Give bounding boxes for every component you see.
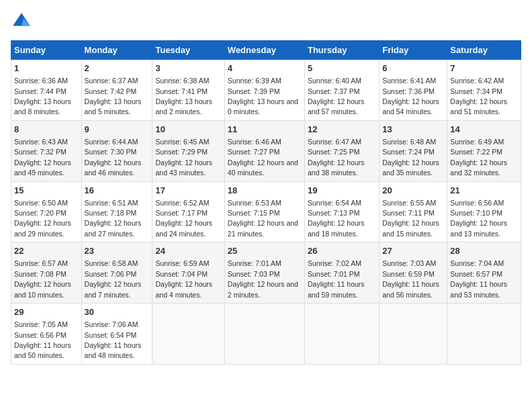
day-detail: Sunrise: 6:43 AMSunset: 7:32 PMDaylight:… — [14, 138, 71, 177]
day-detail: Sunrise: 6:40 AMSunset: 7:37 PMDaylight:… — [308, 77, 365, 116]
col-wednesday: Wednesday — [224, 41, 304, 60]
calendar-cell: 17 Sunrise: 6:52 AMSunset: 7:17 PMDaylig… — [152, 181, 224, 242]
day-detail: Sunrise: 7:05 AMSunset: 6:56 PMDaylight:… — [14, 320, 71, 359]
day-detail: Sunrise: 6:49 AMSunset: 7:22 PMDaylight:… — [450, 138, 507, 177]
calendar-cell: 13 Sunrise: 6:48 AMSunset: 7:24 PMDaylig… — [380, 120, 447, 181]
day-detail: Sunrise: 6:44 AMSunset: 7:30 PMDaylight:… — [85, 138, 142, 177]
day-number: 28 — [450, 245, 518, 257]
col-tuesday: Tuesday — [152, 41, 224, 60]
calendar-cell: 29 Sunrise: 7:05 AMSunset: 6:56 PMDaylig… — [11, 304, 82, 365]
day-number: 23 — [85, 245, 150, 257]
calendar-cell: 1 Sunrise: 6:36 AMSunset: 7:44 PMDayligh… — [11, 60, 82, 121]
day-number: 27 — [382, 245, 444, 257]
day-number: 22 — [14, 245, 79, 257]
calendar-cell: 12 Sunrise: 6:47 AMSunset: 7:25 PMDaylig… — [304, 120, 379, 181]
day-detail: Sunrise: 6:50 AMSunset: 7:20 PMDaylight:… — [14, 199, 71, 238]
day-number: 16 — [85, 185, 150, 197]
calendar-cell: 25 Sunrise: 7:01 AMSunset: 7:03 PMDaylig… — [224, 242, 304, 304]
day-detail: Sunrise: 6:59 AMSunset: 7:04 PMDaylight:… — [155, 259, 212, 298]
logo-icon — [11, 11, 32, 32]
day-detail: Sunrise: 6:47 AMSunset: 7:25 PMDaylight:… — [308, 138, 365, 177]
day-detail: Sunrise: 6:41 AMSunset: 7:36 PMDaylight:… — [382, 77, 439, 116]
day-detail: Sunrise: 6:54 AMSunset: 7:13 PMDaylight:… — [308, 199, 365, 238]
calendar-cell: 15 Sunrise: 6:50 AMSunset: 7:20 PMDaylig… — [11, 181, 82, 242]
calendar-cell — [224, 304, 304, 365]
calendar-table: Sunday Monday Tuesday Wednesday Thursday… — [11, 40, 521, 365]
day-number: 18 — [228, 185, 302, 197]
day-detail: Sunrise: 6:52 AMSunset: 7:17 PMDaylight:… — [155, 199, 212, 238]
calendar-cell: 27 Sunrise: 7:03 AMSunset: 6:59 PMDaylig… — [380, 242, 447, 304]
day-number: 1 — [14, 62, 79, 75]
day-detail: Sunrise: 6:39 AMSunset: 7:39 PMDaylight:… — [228, 77, 298, 116]
col-monday: Monday — [81, 41, 152, 60]
calendar-cell: 9 Sunrise: 6:44 AMSunset: 7:30 PMDayligh… — [81, 120, 152, 181]
page-header — [11, 11, 521, 32]
calendar-cell — [304, 304, 379, 365]
calendar-cell: 18 Sunrise: 6:53 AMSunset: 7:15 PMDaylig… — [224, 181, 304, 242]
day-detail: Sunrise: 6:42 AMSunset: 7:34 PMDaylight:… — [450, 77, 507, 116]
calendar-cell: 8 Sunrise: 6:43 AMSunset: 7:32 PMDayligh… — [11, 120, 82, 181]
calendar-cell: 6 Sunrise: 6:41 AMSunset: 7:36 PMDayligh… — [380, 60, 447, 121]
day-number: 3 — [155, 62, 221, 75]
calendar-cell — [380, 304, 447, 365]
col-thursday: Thursday — [304, 41, 379, 60]
day-number: 2 — [85, 62, 150, 75]
day-detail: Sunrise: 6:51 AMSunset: 7:18 PMDaylight:… — [85, 199, 142, 238]
day-detail: Sunrise: 6:36 AMSunset: 7:44 PMDaylight:… — [14, 77, 71, 116]
col-saturday: Saturday — [447, 41, 521, 60]
calendar-week-row: 8 Sunrise: 6:43 AMSunset: 7:32 PMDayligh… — [11, 120, 521, 181]
calendar-cell: 11 Sunrise: 6:46 AMSunset: 7:27 PMDaylig… — [224, 120, 304, 181]
day-number: 13 — [382, 124, 444, 136]
day-detail: Sunrise: 7:02 AMSunset: 7:01 PMDaylight:… — [308, 259, 365, 298]
calendar-cell: 20 Sunrise: 6:55 AMSunset: 7:11 PMDaylig… — [380, 181, 447, 242]
day-detail: Sunrise: 6:48 AMSunset: 7:24 PMDaylight:… — [382, 138, 439, 177]
logo — [11, 11, 35, 32]
day-detail: Sunrise: 6:58 AMSunset: 7:06 PMDaylight:… — [85, 259, 142, 298]
calendar-cell: 7 Sunrise: 6:42 AMSunset: 7:34 PMDayligh… — [447, 60, 521, 121]
calendar-cell: 28 Sunrise: 7:04 AMSunset: 6:57 PMDaylig… — [447, 242, 521, 304]
day-detail: Sunrise: 6:53 AMSunset: 7:15 PMDaylight:… — [228, 199, 298, 238]
day-detail: Sunrise: 6:45 AMSunset: 7:29 PMDaylight:… — [155, 138, 212, 177]
day-detail: Sunrise: 6:37 AMSunset: 7:42 PMDaylight:… — [85, 77, 142, 116]
day-number: 21 — [450, 185, 518, 197]
day-detail: Sunrise: 7:03 AMSunset: 6:59 PMDaylight:… — [382, 259, 439, 298]
calendar-cell: 16 Sunrise: 6:51 AMSunset: 7:18 PMDaylig… — [81, 181, 152, 242]
calendar-cell: 2 Sunrise: 6:37 AMSunset: 7:42 PMDayligh… — [81, 60, 152, 121]
calendar-cell — [447, 304, 521, 365]
day-detail: Sunrise: 7:06 AMSunset: 6:54 PMDaylight:… — [85, 320, 142, 359]
day-number: 17 — [155, 185, 221, 197]
day-detail: Sunrise: 6:38 AMSunset: 7:41 PMDaylight:… — [155, 77, 212, 116]
day-number: 29 — [14, 306, 79, 318]
calendar-week-row: 22 Sunrise: 6:57 AMSunset: 7:08 PMDaylig… — [11, 242, 521, 304]
calendar-cell: 14 Sunrise: 6:49 AMSunset: 7:22 PMDaylig… — [447, 120, 521, 181]
calendar-cell: 23 Sunrise: 6:58 AMSunset: 7:06 PMDaylig… — [81, 242, 152, 304]
day-detail: Sunrise: 6:46 AMSunset: 7:27 PMDaylight:… — [228, 138, 298, 177]
day-detail: Sunrise: 7:04 AMSunset: 6:57 PMDaylight:… — [450, 259, 507, 298]
day-number: 11 — [228, 124, 302, 136]
calendar-cell: 30 Sunrise: 7:06 AMSunset: 6:54 PMDaylig… — [81, 304, 152, 365]
day-number: 5 — [308, 62, 376, 75]
day-number: 30 — [85, 306, 150, 318]
day-number: 12 — [308, 124, 376, 136]
day-number: 25 — [228, 245, 302, 257]
day-number: 15 — [14, 185, 79, 197]
calendar-cell: 10 Sunrise: 6:45 AMSunset: 7:29 PMDaylig… — [152, 120, 224, 181]
col-friday: Friday — [380, 41, 447, 60]
calendar-cell: 24 Sunrise: 6:59 AMSunset: 7:04 PMDaylig… — [152, 242, 224, 304]
calendar-cell: 26 Sunrise: 7:02 AMSunset: 7:01 PMDaylig… — [304, 242, 379, 304]
day-number: 9 — [85, 124, 150, 136]
day-number: 26 — [308, 245, 376, 257]
day-number: 8 — [14, 124, 79, 136]
day-number: 24 — [155, 245, 221, 257]
calendar-cell: 3 Sunrise: 6:38 AMSunset: 7:41 PMDayligh… — [152, 60, 224, 121]
calendar-cell: 5 Sunrise: 6:40 AMSunset: 7:37 PMDayligh… — [304, 60, 379, 121]
day-detail: Sunrise: 7:01 AMSunset: 7:03 PMDaylight:… — [228, 259, 298, 298]
day-number: 19 — [308, 185, 376, 197]
day-number: 7 — [450, 62, 518, 75]
day-number: 4 — [228, 62, 302, 75]
calendar-header-row: Sunday Monday Tuesday Wednesday Thursday… — [11, 41, 521, 60]
calendar-week-row: 29 Sunrise: 7:05 AMSunset: 6:56 PMDaylig… — [11, 304, 521, 365]
day-detail: Sunrise: 6:55 AMSunset: 7:11 PMDaylight:… — [382, 199, 439, 238]
calendar-cell: 19 Sunrise: 6:54 AMSunset: 7:13 PMDaylig… — [304, 181, 379, 242]
calendar-week-row: 1 Sunrise: 6:36 AMSunset: 7:44 PMDayligh… — [11, 60, 521, 121]
